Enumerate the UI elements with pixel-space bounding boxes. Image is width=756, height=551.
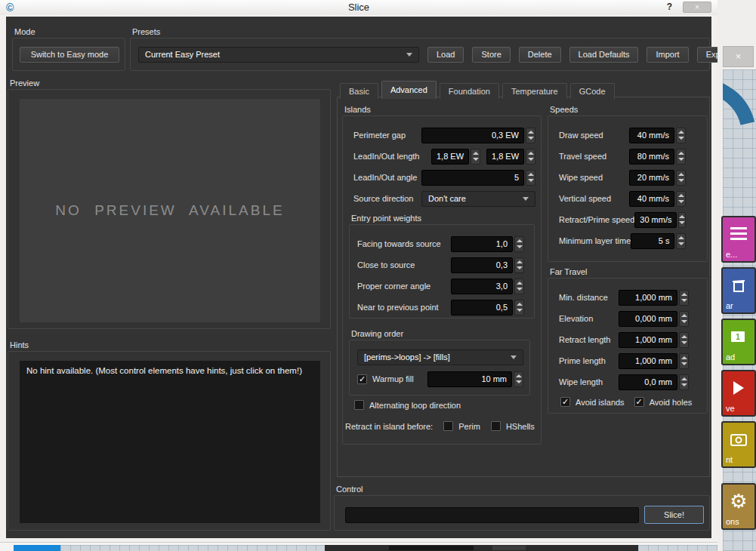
spinner-buttons[interactable] bbox=[526, 128, 535, 143]
leadin-length-input[interactable]: 1,8 EW bbox=[431, 149, 469, 165]
near-previous-input[interactable]: 0,5 bbox=[451, 300, 513, 316]
source-direction-select[interactable]: Don't care bbox=[421, 191, 535, 207]
svg-text:1: 1 bbox=[736, 333, 740, 341]
avoid-islands-label: Avoid islands bbox=[575, 398, 625, 407]
retract-length-input[interactable]: 1,000 mm bbox=[619, 332, 677, 348]
retract-prime-speed-input[interactable]: 30 mm/s bbox=[634, 212, 677, 228]
field-row: Vertical speed 40 mm/s bbox=[559, 190, 686, 207]
field-row: Source direction Don't care bbox=[353, 190, 535, 207]
alternating-loop-checkbox[interactable] bbox=[354, 400, 364, 410]
toolbar-button-print[interactable]: nt bbox=[721, 421, 756, 468]
tab-gcode[interactable]: GCode bbox=[570, 83, 615, 99]
speeds-group: Speeds Draw speed 40 mm/s Travel speed 8… bbox=[548, 115, 708, 262]
elevation-input[interactable]: 0,000 mm bbox=[619, 311, 677, 327]
settings-tabbar: Basic Advanced Foundation Temperature GC… bbox=[340, 81, 618, 99]
spinner-buttons[interactable] bbox=[514, 371, 523, 387]
spinner-buttons[interactable] bbox=[526, 170, 535, 186]
speeds-group-label: Speeds bbox=[550, 105, 578, 114]
source-direction-label: Source direction bbox=[353, 194, 421, 203]
leadout-length-input[interactable]: 1,8 EW bbox=[486, 149, 524, 165]
warmup-fill-input[interactable]: 10 mm bbox=[427, 371, 512, 387]
toolbar-button-clear[interactable]: ar bbox=[721, 267, 756, 314]
toolbar-button-slice[interactable]: e... bbox=[721, 216, 756, 263]
wipe-length-label: Wipe length bbox=[559, 377, 619, 386]
main-window-bottom-edge bbox=[0, 543, 717, 551]
load-button[interactable]: Load bbox=[427, 47, 464, 63]
spinner-buttons[interactable] bbox=[676, 233, 686, 249]
spinner-buttons[interactable] bbox=[679, 374, 689, 390]
spinner-buttons[interactable] bbox=[514, 236, 524, 252]
spinner-buttons[interactable] bbox=[679, 311, 689, 327]
leadinout-angle-label: LeadIn/Out angle bbox=[353, 173, 421, 182]
titlebar[interactable]: © Slice ? × bbox=[0, 0, 717, 15]
close-button[interactable]: × bbox=[683, 2, 711, 13]
spinner-buttons[interactable] bbox=[676, 191, 686, 207]
delete-button[interactable]: Delete bbox=[519, 47, 561, 63]
retract-perim-checkbox[interactable] bbox=[443, 421, 453, 431]
spinner-buttons[interactable] bbox=[471, 149, 480, 165]
retract-hshells-checkbox[interactable] bbox=[491, 421, 501, 431]
tab-advanced[interactable]: Advanced bbox=[381, 81, 437, 99]
facing-source-input[interactable]: 1,0 bbox=[451, 236, 513, 252]
perimeter-gap-label: Perimeter gap bbox=[353, 131, 421, 140]
vertical-speed-input[interactable]: 40 mm/s bbox=[629, 191, 674, 207]
spinner-buttons[interactable] bbox=[676, 170, 686, 186]
field-row: Prime length 1,000 mm bbox=[559, 352, 689, 369]
slice-button[interactable]: Slice! bbox=[644, 506, 704, 524]
warmup-fill-checkbox[interactable]: ✓ bbox=[357, 374, 367, 384]
toolbar-button-load[interactable]: 1 ad bbox=[721, 319, 756, 365]
import-button[interactable]: Import bbox=[646, 47, 688, 63]
preset-select[interactable]: Current Easy Preset bbox=[138, 47, 419, 63]
close-source-input[interactable]: 0,3 bbox=[451, 257, 513, 273]
spinner-buttons[interactable] bbox=[678, 212, 686, 228]
load-defaults-button[interactable]: Load Defaults bbox=[569, 47, 639, 63]
switch-easy-mode-button[interactable]: Switch to Easy mode bbox=[20, 47, 119, 63]
perimeter-gap-input[interactable]: 0,3 EW bbox=[421, 128, 524, 143]
field-row: Travel speed 80 mm/s bbox=[559, 148, 686, 165]
spinner-buttons[interactable] bbox=[514, 257, 524, 273]
control-group-label: Control bbox=[336, 485, 363, 494]
prime-length-input[interactable]: 1,000 mm bbox=[619, 353, 677, 369]
tab-temperature[interactable]: Temperature bbox=[502, 83, 567, 99]
spinner-buttons[interactable] bbox=[526, 149, 535, 165]
spinner-buttons[interactable] bbox=[676, 128, 686, 143]
field-row: LeadIn/Out angle 5 bbox=[353, 169, 535, 186]
panel-close-button[interactable]: × bbox=[723, 46, 754, 67]
spinner-buttons[interactable] bbox=[679, 353, 689, 369]
avoid-islands-checkbox[interactable]: ✓ bbox=[560, 397, 570, 407]
close-source-label: Close to source bbox=[357, 260, 451, 269]
toolbar-label: ad bbox=[726, 352, 735, 362]
corner-angle-input[interactable]: 3,0 bbox=[451, 279, 513, 294]
leadinout-length-label: LeadIn/Out length bbox=[353, 152, 431, 161]
avoid-holes-checkbox[interactable]: ✓ bbox=[634, 397, 644, 407]
store-button[interactable]: Store bbox=[472, 47, 510, 63]
travel-speed-input[interactable]: 80 mm/s bbox=[629, 149, 674, 165]
min-distance-label: Min. distance bbox=[559, 293, 619, 302]
file-icon: 1 bbox=[726, 325, 751, 348]
spinner-buttons[interactable] bbox=[679, 290, 689, 306]
draw-speed-input[interactable]: 40 mm/s bbox=[629, 128, 674, 143]
field-row: Draw speed 40 mm/s bbox=[559, 127, 686, 143]
wipe-speed-input[interactable]: 20 mm/s bbox=[629, 170, 674, 186]
field-row: Min. distance 1,000 mm bbox=[559, 289, 689, 306]
spinner-buttons[interactable] bbox=[514, 300, 524, 316]
presets-group-label: Presets bbox=[132, 27, 160, 36]
spinner-buttons[interactable] bbox=[679, 332, 689, 348]
tab-basic[interactable]: Basic bbox=[340, 83, 378, 99]
wipe-length-input[interactable]: 0,0 mm bbox=[619, 374, 677, 390]
presets-row: Current Easy Preset Load Store Delete Lo… bbox=[131, 38, 709, 63]
bottom-blue-button[interactable] bbox=[14, 545, 60, 551]
min-distance-input[interactable]: 1,000 mm bbox=[619, 290, 677, 306]
spinner-buttons[interactable] bbox=[514, 279, 524, 294]
min-layer-time-input[interactable]: 5 s bbox=[631, 233, 674, 249]
toolbar-button-save[interactable]: ve bbox=[721, 370, 756, 417]
control-row: Slice! bbox=[335, 496, 709, 524]
help-button[interactable]: ? bbox=[667, 2, 672, 12]
leadinout-angle-input[interactable]: 5 bbox=[421, 170, 524, 186]
drawing-order-select[interactable]: [perims->loops] -> [fills] bbox=[357, 349, 523, 365]
wipe-speed-label: Wipe speed bbox=[559, 173, 629, 182]
toolbar-label: ar bbox=[726, 301, 733, 310]
tab-foundation[interactable]: Foundation bbox=[440, 83, 499, 99]
toolbar-button-options[interactable]: ⚙ ons bbox=[721, 483, 756, 530]
spinner-buttons[interactable] bbox=[676, 149, 686, 165]
